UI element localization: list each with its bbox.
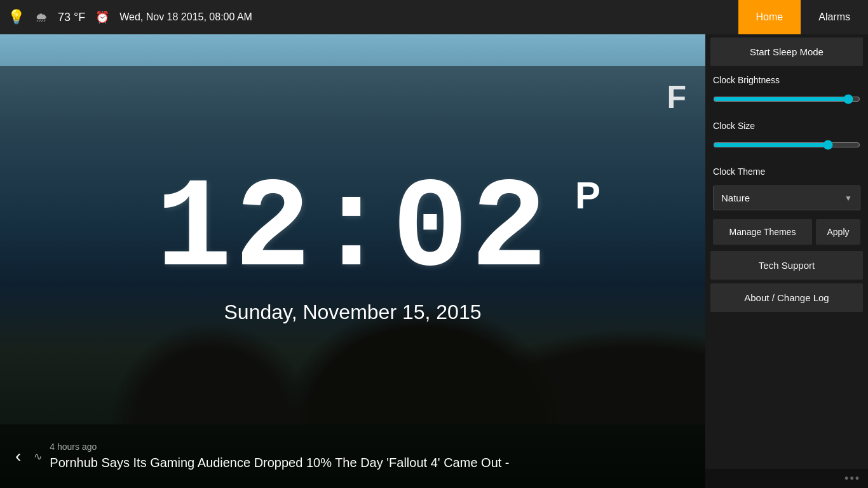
brightness-slider-container: [710, 92, 863, 112]
brightness-slider[interactable]: [713, 94, 860, 104]
rss-icon: ∿: [34, 451, 42, 463]
topbar-left: 💡 🌧 73 °F ⏰ Wed, Nov 18 2015, 08:00 AM: [0, 9, 738, 25]
brightness-label: Clock Brightness: [710, 70, 863, 88]
clock-time: 12:02: [156, 167, 550, 294]
alarm-icon: ⏰: [95, 10, 109, 24]
main-area: 12:02 P Sunday, November 15, 2015 F ‹ ∿ …: [0, 34, 705, 488]
news-time: 4 hours ago: [50, 442, 695, 452]
clock-ampm: P: [575, 173, 600, 217]
size-slider[interactable]: [713, 140, 860, 150]
news-prev-button[interactable]: ‹: [10, 446, 26, 466]
menu-dots[interactable]: •••: [844, 472, 860, 485]
theme-buttons: Manage Themes Apply: [710, 217, 863, 247]
temperature-text: 73 °F: [58, 11, 85, 24]
size-label: Clock Size: [710, 116, 863, 133]
chevron-down-icon: ▼: [844, 194, 852, 203]
theme-label: Clock Theme: [710, 161, 863, 179]
home-tab[interactable]: Home: [738, 0, 801, 34]
tech-support-button[interactable]: Tech Support: [710, 251, 863, 280]
clock-box: 12:02 P Sunday, November 15, 2015 F: [0, 66, 705, 424]
about-button[interactable]: About / Change Log: [710, 283, 863, 312]
right-panel: Settings Start Sleep Mode Clock Brightne…: [705, 0, 868, 488]
apply-button[interactable]: Apply: [816, 219, 860, 245]
theme-dropdown[interactable]: Nature ▼: [713, 186, 860, 210]
panel-spacer: [710, 316, 863, 483]
alarms-tab[interactable]: Alarms: [801, 0, 868, 34]
datetime-text: Wed, Nov 18 2015, 08:00 AM: [119, 11, 252, 23]
size-slider-container: [710, 137, 863, 158]
news-bar: ‹ ∿ 4 hours ago Pornhub Says Its Gaming …: [0, 424, 705, 488]
topbar: 💡 🌧 73 °F ⏰ Wed, Nov 18 2015, 08:00 AM H…: [0, 0, 868, 34]
theme-selected-value: Nature: [721, 193, 750, 203]
theme-select-container: Nature ▼: [710, 183, 863, 213]
bottom-bar: •••: [705, 469, 868, 488]
sleep-mode-button[interactable]: Start Sleep Mode: [710, 37, 863, 66]
topbar-nav: Home Alarms: [738, 0, 868, 34]
clock-temp-corner: F: [667, 79, 686, 116]
clock-date: Sunday, November 15, 2015: [224, 301, 482, 324]
news-content: 4 hours ago Pornhub Says Its Gaming Audi…: [50, 442, 695, 471]
light-icon: 💡: [8, 9, 25, 25]
weather-icon: 🌧: [35, 10, 48, 25]
news-headline: Pornhub Says Its Gaming Audience Dropped…: [50, 454, 695, 471]
manage-themes-button[interactable]: Manage Themes: [713, 219, 812, 245]
